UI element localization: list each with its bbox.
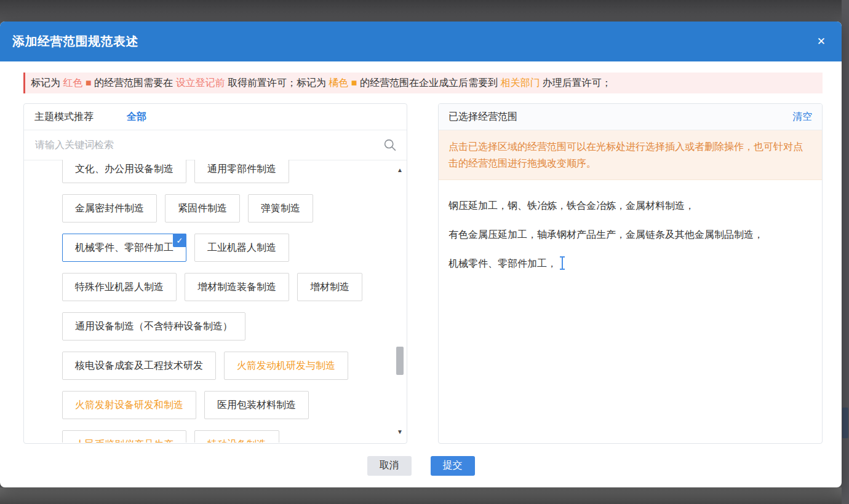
selection-hint: 点击已选择区域的经营范围可以在光标处进行选择插入或者删除操作，也可针对点击的经营… xyxy=(439,130,822,180)
tag-row: 机械零件、零部件加工✓工业机器人制造 xyxy=(62,234,393,262)
scope-tag[interactable]: 人民币鉴别仪产品生产 xyxy=(62,430,186,443)
tag-row: 火箭发射设备研发和制造医用包装材料制造 xyxy=(62,391,393,419)
selected-scope-line[interactable]: 机械零件、零部件加工， xyxy=(448,256,812,271)
tag-row: 通用设备制造（不含特种设备制造） xyxy=(62,312,393,341)
selected-scope-text: 有色金属压延加工，轴承钢材产品生产，金属链条及其他金属制品制造， xyxy=(448,229,763,240)
add-business-scope-dialog: 添加经营范围规范表述 ✕ 标记为 红色 ■ 的经营范围需要在 设立登记前 取得前… xyxy=(0,22,842,487)
notice-segment: 橘色 xyxy=(329,77,348,88)
tag-row: 金属密封件制造紧固件制造弹簧制造 xyxy=(62,194,393,222)
scope-tag-label: 火箭发动机研发与制造 xyxy=(237,360,335,372)
list-scrollbar[interactable]: ▲ ▼ xyxy=(394,160,405,443)
check-icon: ✓ xyxy=(173,234,186,247)
notice-segment: 标记为 xyxy=(31,77,63,88)
scope-tag[interactable]: 通用零部件制造 xyxy=(194,160,289,183)
scope-tag-label: 特殊作业机器人制造 xyxy=(75,281,164,294)
scope-tag-label: 增材制造 xyxy=(310,281,349,294)
dialog-header: 添加经营范围规范表述 ✕ xyxy=(0,22,842,61)
close-icon[interactable]: ✕ xyxy=(813,34,829,49)
scope-tag-label: 医用包装材料制造 xyxy=(217,399,296,412)
text-cursor-icon xyxy=(562,256,563,270)
scope-tag[interactable]: 医用包装材料制造 xyxy=(204,391,309,419)
scope-tag-label: 通用设备制造（不含特种设备制造） xyxy=(75,320,233,333)
scope-tag[interactable]: 增材制造装备制造 xyxy=(185,273,289,301)
selected-scope-panel: 已选择经营范围 清空 点击已选择区域的经营范围可以在光标处进行选择插入或者删除操… xyxy=(438,103,823,444)
scope-tag[interactable]: 增材制造 xyxy=(297,273,362,301)
notice-segment: 办理后置许可； xyxy=(540,77,611,88)
scope-tag[interactable]: 紧固件制造 xyxy=(165,194,240,222)
page-scrollbar[interactable] xyxy=(842,0,849,504)
tag-row: 人民币鉴别仪产品生产特种设备制造 xyxy=(62,430,393,443)
selected-scope-text: 钢压延加工，钢、铁冶炼，铁合金冶炼，金属材料制造， xyxy=(448,200,695,211)
selected-scope-line[interactable]: 有色金属压延加工，轴承钢材产品生产，金属链条及其他金属制品制造， xyxy=(448,227,812,242)
tag-row: 文化、办公用设备制造通用零部件制造 xyxy=(62,160,393,183)
scope-tag-label: 火箭发射设备研发和制造 xyxy=(75,399,183,412)
scope-tag-label: 金属密封件制造 xyxy=(75,202,144,215)
scope-tag[interactable]: 特殊作业机器人制造 xyxy=(62,273,177,301)
scope-tag-label: 工业机器人制造 xyxy=(207,242,276,254)
tab-bar: 主题模式推荐 全部 xyxy=(24,104,407,130)
scope-tag-label: 增材制造装备制造 xyxy=(197,281,276,294)
notice-text: 标记为 红色 ■ 的经营范围需要在 设立登记前 取得前置许可；标记为 橘色 ■ … xyxy=(31,77,612,90)
notice-segment: 相关部门 xyxy=(500,77,540,88)
notice-segment: 的经营范围在企业成立后需要到 xyxy=(357,77,500,88)
list-scrollbar-thumb[interactable] xyxy=(396,347,404,375)
scope-tag[interactable]: 金属密封件制造 xyxy=(62,194,157,222)
search-input[interactable] xyxy=(34,139,378,151)
page-scrollbar-thumb[interactable] xyxy=(842,408,848,438)
tab-theme-mode[interactable]: 主题模式推荐 xyxy=(34,111,94,124)
scope-tag[interactable]: 特种设备制造 xyxy=(194,430,279,443)
scope-tag[interactable]: 核电设备成套及工程技术研发 xyxy=(62,352,216,380)
scope-tag[interactable]: 弹簧制造 xyxy=(248,194,313,222)
notice-segment: ■ xyxy=(86,77,92,88)
dialog-body: 主题模式推荐 全部 文化、办公用设备制造通用零部件制造金属密封件制造紧固件制造弹… xyxy=(23,103,823,444)
scope-tag[interactable]: 机械零件、零部件加工✓ xyxy=(62,234,186,262)
dimmed-overlay xyxy=(0,487,842,504)
scope-tag-label: 核电设备成套及工程技术研发 xyxy=(75,360,203,372)
selected-scope-area[interactable]: 钢压延加工，钢、铁冶炼，铁合金冶炼，金属材料制造，有色金属压延加工，轴承钢材产品… xyxy=(439,180,822,271)
scope-tag-label: 弹簧制造 xyxy=(261,202,300,215)
page-title: 添加经营范围规范表述 xyxy=(12,33,138,50)
scope-tag[interactable]: 火箭发射设备研发和制造 xyxy=(62,391,196,419)
selected-scope-line[interactable]: 钢压延加工，钢、铁冶炼，铁合金冶炼，金属材料制造， xyxy=(448,199,812,213)
scope-tag[interactable]: 工业机器人制造 xyxy=(194,234,289,262)
scope-tag-label: 机械零件、零部件加工 xyxy=(75,242,173,254)
scope-tag[interactable]: 火箭发动机研发与制造 xyxy=(224,352,348,380)
scope-tag-viewport: 文化、办公用设备制造通用零部件制造金属密封件制造紧固件制造弹簧制造机械零件、零部… xyxy=(24,160,393,443)
dialog-footer: 取消 提交 xyxy=(0,444,842,487)
scroll-up-icon[interactable]: ▲ xyxy=(394,165,405,176)
scroll-down-icon[interactable]: ▼ xyxy=(394,427,405,438)
scope-tag[interactable]: 通用设备制造（不含特种设备制造） xyxy=(62,312,245,341)
cancel-button[interactable]: 取消 xyxy=(367,456,412,476)
scope-tag-label: 特种设备制造 xyxy=(207,438,266,443)
notice-segment: 设立登记前 xyxy=(175,77,225,88)
tab-all[interactable]: 全部 xyxy=(127,111,146,124)
selected-scope-title: 已选择经营范围 xyxy=(448,111,517,124)
search-row xyxy=(24,130,407,160)
notice-bar: 标记为 红色 ■ 的经营范围需要在 设立登记前 取得前置许可；标记为 橘色 ■ … xyxy=(23,73,823,93)
notice-segment: 取得前置许可；标记为 xyxy=(225,77,329,88)
scope-picker-panel: 主题模式推荐 全部 文化、办公用设备制造通用零部件制造金属密封件制造紧固件制造弹… xyxy=(23,103,407,444)
tag-row: 核电设备成套及工程技术研发火箭发动机研发与制造 xyxy=(62,352,393,380)
tag-row: 特殊作业机器人制造增材制造装备制造增材制造 xyxy=(62,273,393,301)
scope-tag[interactable]: 文化、办公用设备制造 xyxy=(62,160,186,183)
notice-segment: 的经营范围需要在 xyxy=(92,77,176,88)
clear-button[interactable]: 清空 xyxy=(792,111,812,124)
search-icon[interactable] xyxy=(383,138,397,152)
scope-tag-list: 文化、办公用设备制造通用零部件制造金属密封件制造紧固件制造弹簧制造机械零件、零部… xyxy=(62,160,393,443)
selected-scope-text: 机械零件、零部件加工， xyxy=(448,258,557,269)
notice-segment: 红色 xyxy=(63,77,82,88)
scope-tag-label: 文化、办公用设备制造 xyxy=(75,163,173,176)
submit-button[interactable]: 提交 xyxy=(431,456,475,476)
scope-tag-label: 通用零部件制造 xyxy=(207,163,276,176)
selected-scope-header: 已选择经营范围 清空 xyxy=(439,104,822,130)
scope-tag-label: 人民币鉴别仪产品生产 xyxy=(75,438,173,443)
scope-tag-label: 紧固件制造 xyxy=(178,202,227,215)
